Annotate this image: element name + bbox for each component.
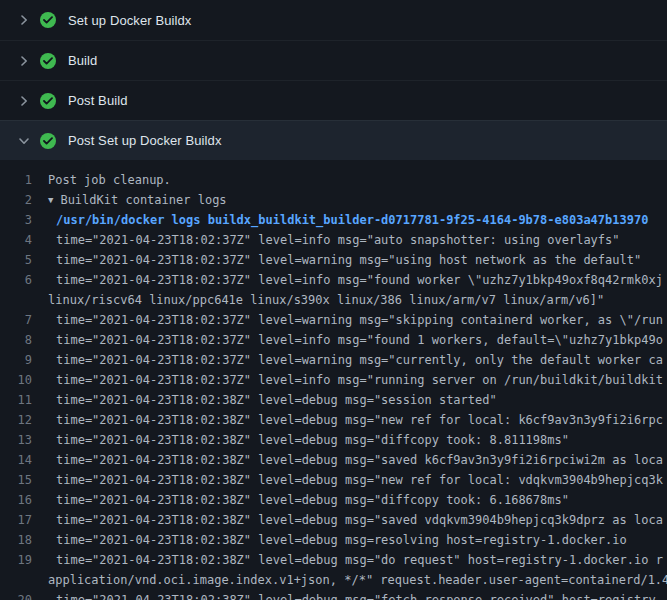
log-line[interactable]: 5 time="2021-04-23T18:02:37Z" level=warn… xyxy=(0,250,667,270)
log-line[interactable]: 7 time="2021-04-23T18:02:37Z" level=warn… xyxy=(0,310,667,330)
log-line-text: ▼BuildKit container logs xyxy=(48,190,227,210)
log-rows: 1 Post job cleanup. 2 ▼BuildKit containe… xyxy=(0,160,667,600)
log-line[interactable]: 10 time="2021-04-23T18:02:37Z" level=inf… xyxy=(0,370,667,390)
check-circle-icon xyxy=(40,53,56,69)
log-line[interactable]: 8 time="2021-04-23T18:02:37Z" level=info… xyxy=(0,330,667,350)
chevron-right-icon[interactable] xyxy=(16,12,32,28)
log-line-text: time="2021-04-23T18:02:38Z" level=debug … xyxy=(48,410,663,430)
log-line-number[interactable] xyxy=(0,570,48,590)
log-line-text: time="2021-04-23T18:02:38Z" level=debug … xyxy=(48,490,569,510)
check-circle-icon xyxy=(40,133,56,149)
log-line-text: time="2021-04-23T18:02:37Z" level=info m… xyxy=(48,270,663,290)
step-label: Set up Docker Buildx xyxy=(68,13,191,28)
log-line-number[interactable]: 11 xyxy=(0,390,48,410)
log-line-number[interactable]: 6 xyxy=(0,270,48,290)
log-line-text: time="2021-04-23T18:02:38Z" level=debug … xyxy=(48,590,656,600)
log-line-number[interactable]: 18 xyxy=(0,530,48,550)
log-line[interactable]: 19 time="2021-04-23T18:02:38Z" level=deb… xyxy=(0,550,667,570)
step-post-build[interactable]: Post Build xyxy=(0,80,667,120)
log-line[interactable]: 12 time="2021-04-23T18:02:38Z" level=deb… xyxy=(0,410,667,430)
check-circle-icon xyxy=(40,12,56,28)
log-line-text: time="2021-04-23T18:02:37Z" level=warnin… xyxy=(48,350,663,370)
log-line-text: time="2021-04-23T18:02:38Z" level=debug … xyxy=(48,430,569,450)
log-line[interactable]: 6 time="2021-04-23T18:02:37Z" level=info… xyxy=(0,270,667,290)
log-line-number[interactable]: 2 xyxy=(0,190,48,210)
log-line-number[interactable] xyxy=(0,290,48,310)
log-line[interactable]: 2 ▼BuildKit container logs xyxy=(0,190,667,210)
log-line[interactable]: 15 time="2021-04-23T18:02:38Z" level=deb… xyxy=(0,470,667,490)
log-line-number[interactable]: 12 xyxy=(0,410,48,430)
log-line-text: time="2021-04-23T18:02:38Z" level=debug … xyxy=(48,470,663,490)
log-line[interactable]: 17 time="2021-04-23T18:02:38Z" level=deb… xyxy=(0,510,667,530)
chevron-right-icon[interactable] xyxy=(16,53,32,69)
log-line-number[interactable]: 15 xyxy=(0,470,48,490)
check-circle-icon xyxy=(40,93,56,109)
log-line-number[interactable]: 7 xyxy=(0,310,48,330)
log-line-number[interactable]: 9 xyxy=(0,350,48,370)
log-line-text: time="2021-04-23T18:02:37Z" level=warnin… xyxy=(48,250,641,270)
log-line-number[interactable]: 1 xyxy=(0,170,48,190)
log-line-text: time="2021-04-23T18:02:38Z" level=debug … xyxy=(48,450,663,470)
log-line-number[interactable]: 8 xyxy=(0,330,48,350)
log-line-text: /usr/bin/docker logs buildx_buildkit_bui… xyxy=(48,210,648,230)
log-line[interactable]: 13 time="2021-04-23T18:02:38Z" level=deb… xyxy=(0,430,667,450)
log-line-text: time="2021-04-23T18:02:37Z" level=warnin… xyxy=(48,310,663,330)
log-line[interactable]: 4 time="2021-04-23T18:02:37Z" level=info… xyxy=(0,230,667,250)
chevron-down-icon[interactable] xyxy=(16,133,32,149)
log-line-text: linux/riscv64 linux/ppc641e linux/s390x … xyxy=(48,290,604,310)
log-line[interactable]: 20 time="2021-04-23T18:02:38Z" level=deb… xyxy=(0,590,667,600)
actions-log-viewer: Set up Docker Buildx Build Post Build xyxy=(0,0,667,600)
log-line-number[interactable]: 20 xyxy=(0,590,48,600)
log-line-text: time="2021-04-23T18:02:37Z" level=info m… xyxy=(48,370,663,390)
log-line-text: application/vnd.oci.image.index.v1+json,… xyxy=(48,570,667,590)
log-line-text: time="2021-04-23T18:02:38Z" level=debug … xyxy=(48,530,627,550)
log-line-number[interactable]: 14 xyxy=(0,450,48,470)
log-line-text: time="2021-04-23T18:02:38Z" level=debug … xyxy=(48,510,663,530)
log-line[interactable]: 9 time="2021-04-23T18:02:37Z" level=warn… xyxy=(0,350,667,370)
group-toggle-icon[interactable]: ▼ xyxy=(48,190,53,210)
log-line-number[interactable]: 17 xyxy=(0,510,48,530)
step-label: Post Build xyxy=(68,93,128,108)
log-line-text: Post job cleanup. xyxy=(48,170,171,190)
log-line-number[interactable]: 3 xyxy=(0,210,48,230)
log-line-text: time="2021-04-23T18:02:37Z" level=info m… xyxy=(48,230,620,250)
step-label: Post Set up Docker Buildx xyxy=(68,133,222,148)
log-line[interactable]: 18 time="2021-04-23T18:02:38Z" level=deb… xyxy=(0,530,667,550)
log-line[interactable]: 3 /usr/bin/docker logs buildx_buildkit_b… xyxy=(0,210,667,230)
log-line-text: time="2021-04-23T18:02:38Z" level=debug … xyxy=(48,550,663,570)
log-line[interactable]: 11 time="2021-04-23T18:02:38Z" level=deb… xyxy=(0,390,667,410)
log-line-number[interactable]: 4 xyxy=(0,230,48,250)
step-set-up-docker-buildx[interactable]: Set up Docker Buildx xyxy=(0,0,667,40)
log-line-text: time="2021-04-23T18:02:37Z" level=info m… xyxy=(48,330,663,350)
log-line-number[interactable]: 13 xyxy=(0,430,48,450)
log-line-number[interactable]: 5 xyxy=(0,250,48,270)
step-label: Build xyxy=(68,53,97,68)
chevron-right-icon[interactable] xyxy=(16,93,32,109)
log-line-text: time="2021-04-23T18:02:38Z" level=debug … xyxy=(48,390,497,410)
log-line[interactable]: 1 Post job cleanup. xyxy=(0,170,667,190)
log-line[interactable]: application/vnd.oci.image.index.v1+json,… xyxy=(0,570,667,590)
workflow-steps: Set up Docker Buildx Build Post Build xyxy=(0,0,667,160)
log-line-number[interactable]: 19 xyxy=(0,550,48,570)
step-post-set-up-docker-buildx[interactable]: Post Set up Docker Buildx xyxy=(0,120,667,160)
log-line-number[interactable]: 16 xyxy=(0,490,48,510)
log-line-number[interactable]: 10 xyxy=(0,370,48,390)
log-line[interactable]: 16 time="2021-04-23T18:02:38Z" level=deb… xyxy=(0,490,667,510)
log-line[interactable]: linux/riscv64 linux/ppc641e linux/s390x … xyxy=(0,290,667,310)
step-build[interactable]: Build xyxy=(0,40,667,80)
log-line[interactable]: 14 time="2021-04-23T18:02:38Z" level=deb… xyxy=(0,450,667,470)
